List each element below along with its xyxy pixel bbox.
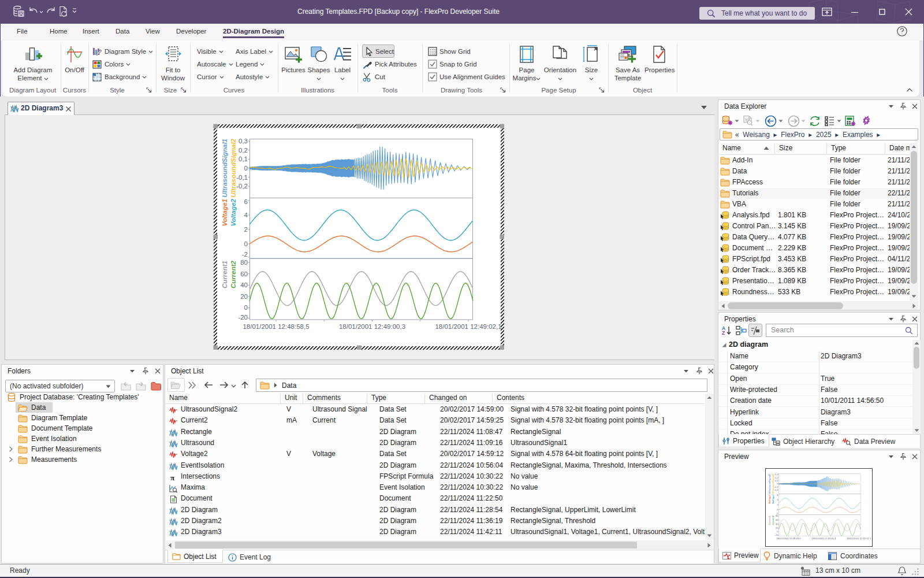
svg-text:4: 4 <box>244 212 248 218</box>
svg-text:-0,1: -0,1 <box>236 174 248 181</box>
svg-text:UltrasoundSignal2: UltrasoundSignal2 <box>230 138 237 197</box>
svg-text:0: 0 <box>244 240 248 247</box>
svg-text:80: 80 <box>240 259 248 266</box>
svg-text:18/01/2001 12:48:58,5: 18/01/2001 12:48:58,5 <box>243 323 309 330</box>
svg-text:-20: -20 <box>238 314 248 321</box>
svg-text:18/01/2001 12:49:00,3: 18/01/2001 12:49:00,3 <box>339 323 405 330</box>
svg-text:-2: -2 <box>242 251 248 258</box>
svg-text:18/01/2001 12:49:02,1: 18/01/2001 12:49:02,1 <box>435 323 501 330</box>
svg-text:Current2: Current2 <box>230 260 237 288</box>
svg-text:0,3: 0,3 <box>239 138 248 144</box>
svg-text:π: π <box>170 473 174 481</box>
svg-text:6: 6 <box>244 198 248 205</box>
svg-text:Voltage1: Voltage1 <box>221 199 228 227</box>
svg-text:2: 2 <box>244 226 248 233</box>
svg-text:20: 20 <box>240 293 248 300</box>
svg-text:Voltage2: Voltage2 <box>230 198 237 226</box>
svg-text:Current1: Current1 <box>221 261 228 288</box>
svg-text:UltrasoundSignal1: UltrasoundSignal1 <box>221 139 228 198</box>
svg-text:0,1: 0,1 <box>239 155 248 162</box>
svg-text:-0,2: -0,2 <box>236 183 248 190</box>
svg-text:40: 40 <box>240 281 248 288</box>
svg-text:0: 0 <box>244 304 248 311</box>
svg-text:0: 0 <box>244 165 248 172</box>
svg-text:0,2: 0,2 <box>239 147 248 154</box>
svg-text:60: 60 <box>240 271 248 277</box>
svg-text:Z: Z <box>722 330 725 336</box>
